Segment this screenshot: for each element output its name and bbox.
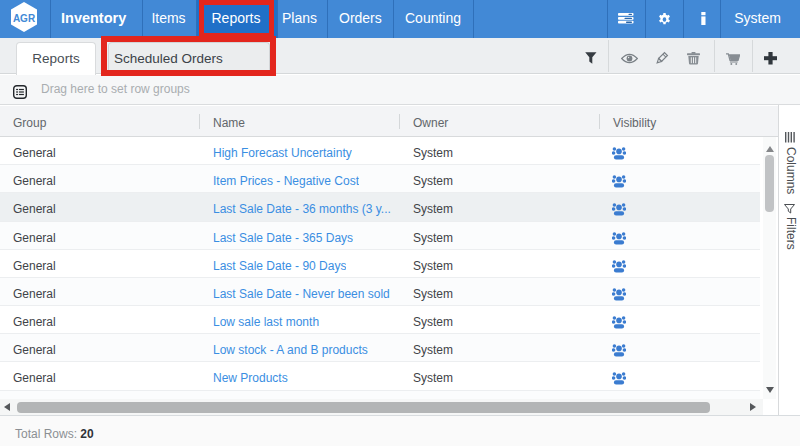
svg-text:AGR: AGR <box>13 13 36 24</box>
